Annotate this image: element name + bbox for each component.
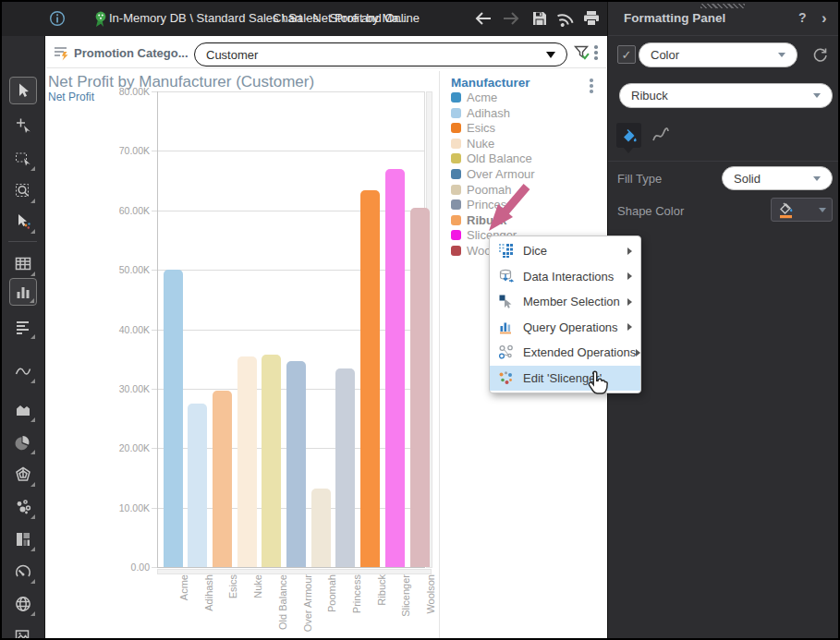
treemap-visual-icon[interactable] [9,525,37,553]
panel-section-divider [608,161,840,162]
bar-adihash[interactable] [188,404,207,567]
pie-chart-visual-icon[interactable] [9,429,37,456]
submenu-arrow-icon [627,323,632,331]
legend-label: Poomah [467,183,511,197]
menu-item-member-selection[interactable]: Member Selection [490,289,640,315]
bar-ribuck[interactable] [360,190,380,567]
legend-swatch [451,139,461,149]
x-tick-label: Old Balance [277,574,288,630]
bar-poomah[interactable] [311,489,331,567]
legend-item-acme[interactable]: Acme [451,91,497,104]
add-tool-icon[interactable] [9,112,37,139]
submenu-arrow-icon [627,248,632,255]
x-tick-label: Woolson [425,574,436,614]
color-enabled-checkbox[interactable]: ✓ [617,45,636,64]
print-icon[interactable] [581,8,602,29]
table-visual-icon[interactable] [9,250,37,278]
view-title: Chart - Net Profit by Ma... [273,11,408,25]
help-icon[interactable]: ? [798,10,807,25]
menu-item-query-operations[interactable]: Query Operations [490,315,640,341]
scatter-chart-visual-icon[interactable] [9,493,37,521]
y-axis-line [157,91,158,567]
filter-menu-kebab-icon[interactable] [594,45,598,60]
map-visual-icon[interactable] [9,590,37,618]
y-tick-label: 40.00K [92,324,150,335]
tab-stroke[interactable] [651,126,671,150]
toolbar-divider [8,241,37,242]
filter-bar-divider [46,67,606,68]
radar-chart-visual-icon[interactable] [9,461,37,489]
menu-item-dice[interactable]: Dice [490,238,640,264]
x-tick-label: Nuke [252,574,263,598]
legend-item-ribuck[interactable]: Ribuck [451,213,506,227]
legend-item-nuke[interactable]: Nuke [451,137,494,151]
rect-select-tool-icon[interactable] [9,145,37,173]
bar-esics[interactable] [213,391,232,567]
info-icon[interactable] [47,8,67,29]
legend-item-poomah[interactable]: Poomah [451,183,511,197]
formatting-panel: Formatting Panel ? › ✓ Color Ribuck Fill… [607,2,840,640]
bar-princess[interactable] [335,368,355,567]
promotion-filter-label[interactable]: Promotion Catego... [74,46,189,60]
menu-item-edit-slicenger[interactable]: Edit 'Slicenger' [490,366,640,392]
line-chart-visual-icon[interactable] [9,357,37,385]
back-arrow-icon[interactable] [473,8,493,29]
legend-swatch [451,153,461,163]
paint-bucket-icon [620,127,639,145]
legend-swatch [451,92,461,103]
filter-check-icon[interactable] [573,44,590,66]
forward-arrow-icon[interactable] [501,8,521,29]
x-tick-label: Over Armour [302,574,313,632]
label-visual-icon[interactable] [9,313,37,341]
tab-fill[interactable] [616,123,641,148]
paint-bucket-color-icon [777,200,797,219]
menu-item-label: Extended Operations [523,345,636,359]
legend-swatch [451,108,461,118]
menu-item-extended-operations[interactable]: Extended Operations [490,340,640,366]
bar-old-balance[interactable] [262,355,281,568]
context-menu: DiceData InteractionsMember SelectionQue… [489,235,641,393]
save-icon[interactable] [530,8,550,29]
active-tab-pointer [624,148,633,153]
legend-item-princess[interactable]: Princess [451,198,513,211]
customer-combobox[interactable]: Customer [194,42,567,66]
y-tick-label: 70.00K [92,145,150,156]
menu-item-data-interactions[interactable]: Data Interactions [490,264,640,290]
bar-acme[interactable] [164,270,183,567]
y-tick-label: 0.00 [92,562,150,573]
legend-label: Adihash [467,106,510,120]
fill-type-select[interactable]: Solid [722,166,833,190]
bar-woolson[interactable] [410,208,430,567]
legend-item-esics[interactable]: Esics [451,121,495,135]
legend-item-old-balance[interactable]: Old Balance [451,151,532,165]
bar-over-armour[interactable] [286,361,306,567]
legend-kebab-icon[interactable] [590,78,593,93]
shape-color-label: Shape Color [617,204,684,218]
shape-color-picker[interactable] [771,198,833,222]
menu-item-label: Data Interactions [523,270,614,284]
bar-slicenger[interactable] [385,169,405,567]
gauge-visual-icon[interactable] [9,558,37,586]
notifications-icon[interactable] [555,8,576,29]
image-visual-icon[interactable] [9,622,37,640]
zoom-select-tool-icon[interactable] [9,177,37,205]
submenu-arrow-icon [636,349,640,356]
collapse-panel-icon[interactable]: › [822,9,827,28]
chart-horizontal-scrollbar[interactable] [157,569,432,574]
legend-label: Princess [467,198,513,211]
reset-icon[interactable] [810,44,830,67]
submenu-arrow-icon [627,272,632,280]
format-property-select[interactable]: Color [639,42,797,67]
legend-item-over-armour[interactable]: Over Armour [451,167,535,181]
gridline [152,330,424,331]
bar-chart-visual-icon[interactable] [9,278,37,306]
legend-item-adihash[interactable]: Adihash [451,106,510,120]
bar-nuke[interactable] [237,356,257,567]
pointer-tool-icon[interactable] [9,77,37,104]
fill-type-label: Fill Type [617,172,662,186]
area-chart-visual-icon[interactable] [9,396,37,424]
panel-drag-handle[interactable] [700,4,745,8]
interaction-pointer-tool-icon[interactable] [9,208,37,235]
series-select[interactable]: Ribuck [619,83,833,108]
menu-item-label: Edit 'Slicenger' [523,371,602,385]
